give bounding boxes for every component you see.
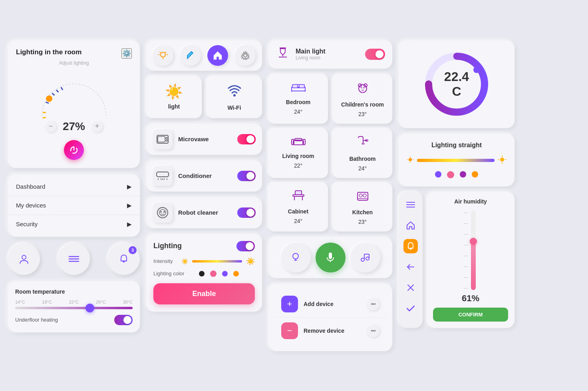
nav-item-mydevices[interactable]: My devices ▶	[8, 196, 140, 215]
temp-slider-track[interactable]	[15, 307, 133, 309]
increase-button[interactable]: +	[91, 121, 103, 132]
remove-device-label: Remove device	[304, 328, 361, 334]
nav-item-dashboard[interactable]: Dashboard ▶	[8, 178, 140, 196]
cabinet-temp: 24°	[294, 218, 302, 224]
kitchen-temp: 23°	[358, 219, 367, 225]
toolbar-light-icon[interactable]	[153, 45, 173, 66]
ls-dot-orange[interactable]	[472, 171, 478, 178]
conditioner-toggle[interactable]	[237, 171, 256, 181]
remove-icon-sq: −	[281, 322, 298, 339]
toolbar-pen-icon[interactable]	[180, 45, 201, 66]
microwave-toggle[interactable]	[237, 134, 256, 144]
room-card-cabinet[interactable]: Cabinet 24°	[268, 183, 328, 231]
color-dot-dark[interactable]	[199, 271, 205, 276]
sc-home-icon[interactable]	[403, 218, 418, 233]
sc-close-icon[interactable]	[403, 280, 418, 295]
nav-card: Dashboard ▶ My devices ▶ Security ▶	[8, 174, 140, 237]
light-label: light	[168, 103, 180, 110]
h-bar[interactable]	[471, 210, 476, 290]
intensity-label: Intensity	[153, 258, 177, 264]
svg-point-82	[361, 258, 364, 261]
temp-slider-thumb[interactable]	[85, 304, 94, 312]
lighting-section-title: Lighting	[153, 242, 182, 250]
svg-point-21	[161, 52, 165, 57]
temp-scale: 14°C 18°C 22°C 26°C 30°C	[15, 300, 133, 304]
ls-track[interactable]	[417, 159, 495, 162]
action-mic-circle[interactable]	[316, 243, 346, 273]
wifi-icon	[226, 83, 242, 101]
temp-22: 22°C	[69, 300, 79, 304]
toolbar-settings-icon[interactable]	[235, 45, 256, 66]
nav-item-security[interactable]: Security ▶	[8, 215, 140, 233]
room-card-living[interactable]: Living room 22°	[268, 128, 328, 178]
light-card[interactable]: ☀️ light	[146, 76, 202, 118]
bathroom-temp: 24°	[358, 165, 367, 172]
action-icons-card	[268, 237, 392, 278]
h-thumb[interactable]	[470, 238, 477, 245]
ls-dot-purple[interactable]	[435, 171, 441, 178]
sc-check-icon[interactable]	[403, 301, 418, 316]
color-dot-orange[interactable]	[233, 271, 239, 276]
kitchen-icon	[356, 189, 369, 206]
svg-point-58	[363, 87, 364, 88]
robot-toggle[interactable]	[237, 207, 256, 218]
power-button[interactable]	[64, 140, 84, 160]
living-name: Living room	[282, 153, 314, 159]
bell-icon-circle[interactable]: 3	[108, 243, 140, 275]
underfloor-toggle[interactable]	[114, 315, 133, 325]
nav-arrow-mydevices: ▶	[127, 202, 132, 209]
wifi-card[interactable]: Wi-Fi	[207, 76, 262, 118]
color-dot-pink[interactable]	[210, 271, 217, 277]
gear-button[interactable]: ⚙️	[121, 48, 132, 59]
sc-menu-svg	[406, 201, 415, 208]
mic-icon	[325, 252, 336, 263]
user-icon-circle[interactable]	[8, 243, 40, 275]
ls-dot-violet[interactable]	[460, 171, 466, 178]
add-device-menu[interactable]: •••	[367, 298, 379, 310]
main-light-toggle[interactable]	[365, 49, 385, 60]
conditioner-icon	[156, 171, 169, 181]
confirm-button[interactable]: CONFIRM	[433, 308, 508, 322]
room-card-bathroom[interactable]: Bathroom 24°	[333, 128, 392, 178]
room-card-bedroom[interactable]: Bedroom 24°	[268, 74, 328, 124]
ls-sun-right	[498, 155, 507, 166]
home-icon	[213, 50, 223, 61]
percent-row: − 27% +	[16, 120, 132, 133]
bell-icon	[119, 254, 129, 264]
temp-gauge-card: 22.4 C	[399, 40, 514, 128]
underfloor-label: Underfloor heating	[15, 317, 58, 323]
wifi-svg-icon	[226, 83, 242, 98]
color-dot-purple[interactable]	[222, 271, 228, 276]
decrease-button[interactable]: −	[45, 121, 56, 132]
add-device-label: Add device	[304, 301, 361, 307]
intensity-sun-low: ☀️	[181, 258, 188, 265]
h-bar-wrapper	[471, 210, 477, 290]
bed-icon	[291, 81, 306, 93]
lighting-main-toggle[interactable]	[236, 241, 255, 251]
action-bulb-circle[interactable]	[281, 243, 311, 273]
bottom-icons: 3	[8, 243, 140, 275]
ls-dot-pink[interactable]	[447, 171, 454, 178]
ls-dots-row	[407, 171, 507, 178]
svg-point-29	[233, 94, 236, 97]
svg-rect-34	[157, 172, 169, 177]
h-ticks: — — — — — — — —	[464, 210, 468, 290]
menu-icon-circle[interactable]	[58, 243, 90, 275]
svg-point-95	[500, 158, 504, 162]
sc-menu-icon[interactable]	[403, 197, 418, 212]
action-music-circle[interactable]	[350, 243, 380, 273]
remove-device-row: − Remove device •••	[276, 318, 385, 344]
room-card-childrens[interactable]: Children's room 23°	[333, 74, 392, 124]
humidity-visual: — — — — — — — —	[433, 210, 508, 290]
remove-device-menu[interactable]: •••	[367, 324, 379, 337]
wifi-label: Wi-Fi	[227, 105, 241, 111]
room-card-kitchen[interactable]: Kitchen 23°	[333, 183, 392, 231]
sc-bell-icon[interactable]	[403, 239, 418, 253]
toolbar-home-icon[interactable]	[207, 45, 228, 66]
intensity-track[interactable]	[192, 260, 242, 263]
power-icon	[70, 146, 78, 154]
intensity-row: Intensity ☀️ ☀️	[153, 257, 255, 266]
sc-back-icon[interactable]	[403, 260, 418, 274]
color-row: Lighting color	[153, 271, 255, 277]
enable-button[interactable]: Enable	[153, 283, 255, 304]
